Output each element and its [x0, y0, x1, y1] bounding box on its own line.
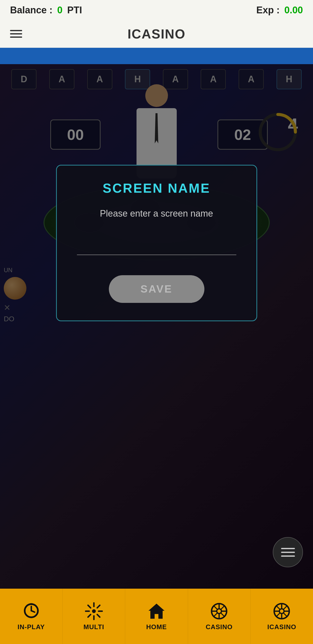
balance-label: Balance : — [10, 5, 53, 15]
svg-line-32 — [283, 613, 287, 617]
nav-label-in-play: IN-PLAY — [18, 623, 45, 631]
svg-marker-14 — [149, 604, 165, 619]
nav-item-in-play[interactable]: IN-PLAY — [0, 589, 63, 644]
svg-line-33 — [283, 606, 287, 610]
casino-wheel-icon — [210, 602, 229, 621]
nav-label-home: HOME — [146, 623, 167, 631]
save-button[interactable]: SAVE — [109, 275, 204, 303]
svg-line-31 — [276, 606, 280, 610]
balance-value: 0 — [57, 5, 63, 15]
marquee-text: WE HAVE LAUNCHED 4500+ GAMES — [0, 51, 313, 61]
floating-menu-line-2 — [281, 552, 295, 553]
status-bar: Balance : 0 PTI Exp : 0.00 — [0, 0, 313, 20]
nav-label-casino: CASINO — [206, 623, 233, 631]
game-area: D A A H A A A H 00 02 4 UN — [0, 64, 313, 597]
svg-line-24 — [214, 613, 217, 617]
svg-point-5 — [92, 609, 96, 613]
exp-display: Exp : 0.00 — [256, 5, 303, 16]
svg-line-12 — [97, 605, 100, 608]
floating-menu-line-1 — [281, 548, 295, 549]
hamburger-button[interactable] — [8, 27, 25, 40]
bottom-navigation: IN-PLAY MULTI HOME — [0, 589, 313, 644]
app-title: ICASINO — [127, 26, 186, 42]
marquee-banner: WE HAVE LAUNCHED 4500+ GAMES — [0, 48, 313, 64]
exp-label: Exp : — [256, 5, 280, 15]
dialog-subtitle: Please enter a screen name — [77, 208, 236, 219]
dialog-overlay — [0, 64, 313, 597]
dialog-title: SCREEN NAME — [77, 181, 236, 196]
app-header: ICASINO — [0, 20, 313, 48]
clock-icon — [22, 602, 41, 621]
exp-value: 0.00 — [284, 5, 303, 15]
screen-name-input[interactable] — [77, 234, 236, 255]
home-icon — [147, 602, 166, 621]
nav-item-icasino[interactable]: ICASINO — [251, 589, 313, 644]
svg-line-13 — [88, 615, 91, 617]
balance-currency: PTI — [67, 5, 82, 15]
svg-line-3 — [31, 611, 34, 612]
hamburger-line-2 — [10, 33, 22, 34]
screen-name-dialog: SCREEN NAME Please enter a screen name S… — [56, 165, 257, 321]
svg-line-21 — [214, 606, 217, 610]
icasino-wheel-icon — [272, 602, 291, 621]
floating-menu-line-3 — [281, 555, 295, 557]
star-icon — [84, 602, 103, 621]
svg-line-22 — [221, 613, 225, 617]
hamburger-line-3 — [10, 36, 22, 38]
svg-line-34 — [276, 613, 280, 617]
svg-line-11 — [97, 615, 100, 617]
balance-display: Balance : 0 PTI — [10, 5, 82, 16]
hamburger-line-1 — [10, 30, 22, 31]
svg-line-23 — [221, 606, 225, 610]
svg-line-10 — [88, 605, 91, 608]
floating-menu-button[interactable] — [273, 537, 303, 567]
nav-item-multi[interactable]: MULTI — [63, 589, 125, 644]
nav-item-home[interactable]: HOME — [125, 589, 188, 644]
nav-item-casino[interactable]: CASINO — [188, 589, 251, 644]
svg-rect-4 — [30, 603, 32, 605]
nav-label-multi: MULTI — [83, 623, 104, 631]
nav-label-icasino: ICASINO — [267, 623, 296, 631]
